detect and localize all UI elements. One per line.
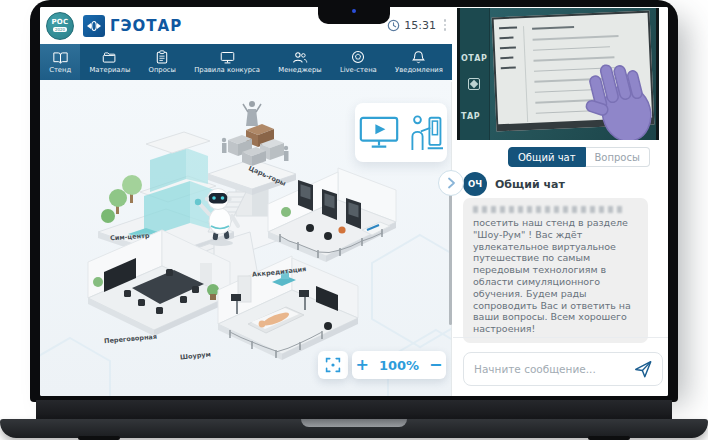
ros-award-badge: РОС 2020 bbox=[46, 12, 74, 40]
people-icon bbox=[292, 51, 308, 64]
wall-text-bottom: ТАР bbox=[461, 112, 480, 121]
message-input-container bbox=[463, 352, 663, 386]
zoom-in-button[interactable]: + bbox=[356, 357, 369, 373]
chat-message-text: посетить наш стенд в разделе "Шоу-Рум" !… bbox=[473, 217, 631, 334]
live-video-stream[interactable]: ОТАР ТАР bbox=[457, 8, 659, 140]
tab-label: Материалы bbox=[89, 66, 130, 74]
laptop-foot-left bbox=[78, 436, 120, 440]
chat-title: Общий чат bbox=[495, 178, 565, 191]
send-message-button[interactable] bbox=[632, 358, 654, 380]
tab-label: Live-стена bbox=[340, 66, 377, 74]
presenter-stand-icon bbox=[409, 114, 443, 152]
tab-label: Опросы bbox=[149, 66, 176, 74]
tab-label: Стенд bbox=[49, 66, 71, 74]
message-input[interactable] bbox=[474, 363, 632, 375]
chat-message-bubble: посетить наш стенд в разделе "Шоу-Рум" !… bbox=[463, 198, 648, 343]
tab-label: Менеджеры bbox=[278, 66, 321, 74]
chat-tab-bar: Общий чат Вопросы bbox=[508, 147, 650, 167]
send-icon bbox=[633, 359, 653, 379]
tab-surveys[interactable]: Опросы bbox=[139, 44, 185, 80]
chat-avatar: ОЧ bbox=[463, 172, 487, 196]
chat-input-divider bbox=[453, 337, 668, 338]
tab-label: Уведомления bbox=[395, 66, 443, 74]
folders-icon bbox=[102, 51, 117, 64]
session-time: 15:31 bbox=[387, 7, 436, 44]
geotar-logo: ГЭОТАР bbox=[83, 15, 182, 37]
collapse-chat-button[interactable] bbox=[438, 170, 464, 196]
more-menu-icon[interactable] bbox=[441, 19, 449, 33]
media-shortcuts-card[interactable] bbox=[355, 103, 447, 162]
side-panel: ОТАР ТАР bbox=[453, 7, 668, 396]
zoom-level: 100% bbox=[379, 358, 419, 373]
clock-icon bbox=[387, 19, 400, 32]
laptop-hinge bbox=[36, 400, 672, 421]
monitor-icon bbox=[220, 51, 235, 64]
chevron-right-icon bbox=[445, 176, 457, 190]
tab-live-wall[interactable]: Live-стена bbox=[331, 44, 386, 80]
tab-stand[interactable]: Стенд bbox=[40, 44, 80, 80]
zoom-control: + 100% − bbox=[352, 351, 446, 379]
tab-notifications[interactable]: Уведомления bbox=[386, 44, 452, 80]
tab-contest-rules[interactable]: Правила конкурса bbox=[185, 44, 269, 80]
app-window: РОС 2020 ГЭОТАР bbox=[40, 7, 668, 396]
time-value: 15:31 bbox=[404, 19, 436, 32]
laptop-base-notch bbox=[301, 419, 407, 427]
live-wall-icon bbox=[351, 50, 365, 64]
zoom-out-button[interactable]: − bbox=[429, 357, 442, 373]
video-wall-banner: ОТАР ТАР bbox=[460, 8, 490, 140]
book-icon bbox=[53, 51, 68, 64]
presenter-hand bbox=[564, 46, 659, 140]
geotar-logo-text: ГЭОТАР bbox=[110, 17, 182, 35]
bell-icon bbox=[412, 50, 425, 64]
laptop-mockup: РОС 2020 ГЭОТАР bbox=[0, 0, 708, 440]
badge-year: 2020 bbox=[53, 27, 67, 32]
main-navigation: Стенд Материалы bbox=[40, 44, 452, 80]
fullscreen-button[interactable] bbox=[318, 351, 348, 379]
clipped-message-line bbox=[473, 206, 625, 213]
tab-label: Правила конкурса bbox=[194, 66, 260, 74]
tab-general-chat[interactable]: Общий чат bbox=[508, 147, 586, 167]
wall-text-top: ОТАР bbox=[461, 54, 487, 63]
app-header: РОС 2020 ГЭОТАР bbox=[40, 7, 452, 44]
laptop-foot-right bbox=[588, 436, 630, 440]
clipboard-icon bbox=[156, 50, 168, 64]
webcam-dot bbox=[352, 9, 356, 13]
video-monitor-icon bbox=[359, 116, 399, 149]
main-column: РОС 2020 ГЭОТАР bbox=[40, 7, 452, 396]
geotar-logo-icon bbox=[83, 15, 105, 37]
tab-managers[interactable]: Менеджеры bbox=[269, 44, 331, 80]
tab-materials[interactable]: Материалы bbox=[80, 44, 139, 80]
badge-text: РОС bbox=[51, 19, 68, 26]
laptop-screen-bezel: РОС 2020 ГЭОТАР bbox=[30, 0, 678, 402]
virtual-stand-map[interactable]: Царь-горы Сим-центр Аккредитация Перегов… bbox=[40, 80, 452, 396]
wall-logo-glyph bbox=[468, 78, 480, 90]
fullscreen-icon bbox=[325, 357, 341, 373]
chat-scrollbar[interactable] bbox=[449, 178, 452, 325]
webcam-notch bbox=[318, 0, 390, 24]
tab-questions[interactable]: Вопросы bbox=[586, 147, 650, 167]
